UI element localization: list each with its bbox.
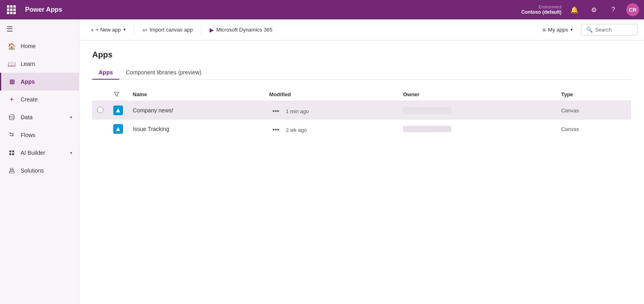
owner-placeholder xyxy=(403,126,451,132)
sidebar-item-apps[interactable]: ⊞ Apps xyxy=(0,73,79,91)
sidebar-item-solutions[interactable]: Solutions xyxy=(0,162,79,179)
topbar-left: Power Apps xyxy=(5,3,521,16)
page-title: Apps xyxy=(92,50,631,59)
sidebar-item-home[interactable]: 🏠 Home xyxy=(0,37,79,55)
tabs: Apps Component libraries (preview) xyxy=(92,66,631,80)
row-check-cell xyxy=(92,101,108,120)
tab-component-libraries[interactable]: Component libraries (preview) xyxy=(119,66,208,80)
row-check-cell xyxy=(92,120,108,138)
row-icon-cell xyxy=(108,101,128,120)
sidebar-item-flows[interactable]: Flows xyxy=(0,126,79,144)
more-options-button[interactable]: ••• xyxy=(269,106,283,116)
new-app-button[interactable]: + + New app ▾ xyxy=(86,24,131,36)
svg-rect-3 xyxy=(9,150,11,152)
filter-icon[interactable] xyxy=(113,91,120,97)
sidebar-item-label: Data xyxy=(21,114,65,120)
svg-marker-11 xyxy=(116,127,120,131)
svg-rect-6 xyxy=(12,153,14,155)
sidebar-collapse-button[interactable]: ☰ xyxy=(0,21,79,37)
th-filter xyxy=(108,88,128,101)
environment-label: Environment xyxy=(539,5,561,9)
type-text: Canvas xyxy=(561,108,579,114)
svg-rect-4 xyxy=(12,150,14,152)
topbar: Power Apps Environment Contoso (default)… xyxy=(0,0,644,19)
sidebar-item-label: Solutions xyxy=(21,167,72,174)
sidebar-item-label: AI Builder xyxy=(21,150,65,156)
svg-point-2 xyxy=(13,135,14,136)
sidebar-item-label: Apps xyxy=(21,78,72,85)
learn-icon: 📖 xyxy=(8,60,16,68)
sidebar-item-learn[interactable]: 📖 Learn xyxy=(0,55,79,73)
my-apps-chevron: ▾ xyxy=(570,27,573,32)
row-radio[interactable] xyxy=(97,107,104,113)
row-more-cell: ••• 1 min ago xyxy=(265,101,398,120)
th-owner: Owner xyxy=(398,88,556,101)
import-icon: ⇦ xyxy=(142,27,147,33)
table-row: Company news! ••• 1 min ago Canvas xyxy=(92,101,631,120)
new-app-label: + New app xyxy=(95,27,121,33)
my-apps-button[interactable]: ≡ My apps ▾ xyxy=(538,24,578,36)
svg-rect-7 xyxy=(9,171,14,173)
help-icon[interactable]: ? xyxy=(607,3,620,16)
sidebar-item-ai-builder[interactable]: AI Builder ▾ xyxy=(0,144,79,162)
import-canvas-button[interactable]: ⇦ Import canvas app xyxy=(138,24,198,36)
app-icon xyxy=(113,124,123,134)
apps-icon: ⊞ xyxy=(8,78,16,86)
topbar-right: Environment Contoso (default) 🔔 ⚙ ? CR xyxy=(521,3,639,16)
import-canvas-label: Import canvas app xyxy=(150,27,193,33)
dynamics-button[interactable]: ▶ Microsoft Dynamics 365 xyxy=(205,24,278,36)
plus-icon: + xyxy=(91,27,94,33)
new-app-chevron: ▾ xyxy=(123,27,126,32)
th-check xyxy=(92,88,108,101)
my-apps-label: My apps xyxy=(548,27,568,33)
dynamics-icon: ▶ xyxy=(210,27,214,33)
search-placeholder: Search xyxy=(595,27,612,33)
flows-icon xyxy=(8,131,16,139)
th-name: Name xyxy=(128,88,265,101)
toolbar-right: ≡ My apps ▾ 🔍 Search xyxy=(538,24,638,36)
sidebar: ☰ 🏠 Home 📖 Learn ⊞ Apps + Create Data ▾ xyxy=(0,19,79,304)
modified-text: 1 min ago xyxy=(286,108,309,114)
toolbar: + + New app ▾ ⇦ Import canvas app ▶ Micr… xyxy=(79,19,644,40)
row-owner-cell xyxy=(398,101,556,120)
tab-apps[interactable]: Apps xyxy=(92,66,119,80)
owner-placeholder xyxy=(403,107,451,114)
sidebar-item-create[interactable]: + Create xyxy=(0,91,79,108)
app-title: Power Apps xyxy=(25,6,62,13)
sidebar-item-label: Home xyxy=(21,43,72,49)
row-name-cell: Issue Tracking xyxy=(128,120,265,138)
apps-table: Name Modified Owner Type xyxy=(92,88,631,138)
table-row: Issue Tracking ••• 2 wk ago Canvas xyxy=(92,120,631,138)
search-box[interactable]: 🔍 Search xyxy=(581,24,638,36)
dynamics-label: Microsoft Dynamics 365 xyxy=(216,27,273,33)
svg-rect-9 xyxy=(11,168,13,170)
row-icon-cell xyxy=(108,120,128,138)
data-icon xyxy=(8,113,16,121)
home-icon: 🏠 xyxy=(8,42,16,50)
settings-icon[interactable]: ⚙ xyxy=(587,3,600,16)
svg-point-0 xyxy=(9,115,14,117)
sidebar-item-label: Flows xyxy=(21,132,72,138)
notifications-icon[interactable]: 🔔 xyxy=(568,3,581,16)
content-area: + + New app ▾ ⇦ Import canvas app ▶ Micr… xyxy=(79,19,644,304)
row-owner-cell xyxy=(398,120,556,138)
chevron-down-icon: ▾ xyxy=(70,115,72,120)
row-type-cell: Canvas xyxy=(556,101,631,120)
main-layout: ☰ 🏠 Home 📖 Learn ⊞ Apps + Create Data ▾ xyxy=(0,19,644,304)
app-name: Company news! xyxy=(133,107,173,114)
type-text: Canvas xyxy=(561,126,579,132)
avatar[interactable]: CR xyxy=(626,3,639,16)
environment-selector[interactable]: Environment Contoso (default) xyxy=(521,5,561,15)
th-type: Type xyxy=(556,88,631,101)
sidebar-item-data[interactable]: Data ▾ xyxy=(0,108,79,126)
waffle-icon[interactable] xyxy=(5,3,18,16)
app-icon xyxy=(113,106,123,115)
filter-lines-icon: ≡ xyxy=(542,27,546,33)
modified-text: 2 wk ago xyxy=(286,127,307,133)
more-options-button[interactable]: ••• xyxy=(269,125,283,135)
page-content: Apps Apps Component libraries (preview) xyxy=(79,40,644,304)
row-name-cell: Company news! xyxy=(128,101,265,120)
solutions-icon xyxy=(8,167,16,175)
create-icon: + xyxy=(8,95,16,103)
app-name: Issue Tracking xyxy=(133,126,169,132)
